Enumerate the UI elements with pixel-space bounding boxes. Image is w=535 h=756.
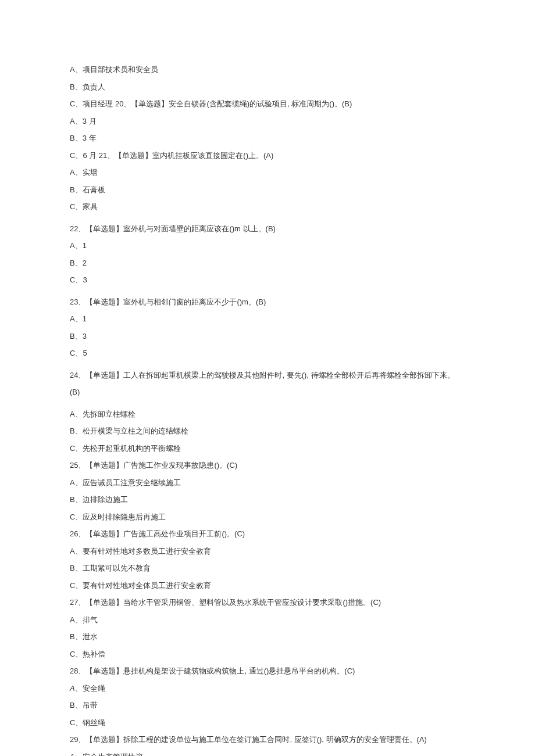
option-prefix: A — [70, 684, 75, 693]
option: A、1 — [70, 313, 465, 325]
option: C、热补偿 — [70, 648, 465, 660]
question-stem: 24、【单选题】工人在拆卸起重机横梁上的驾驶楼及其他附件时, 要先(), 待螺栓… — [70, 370, 465, 381]
text-line: B、3 年 — [70, 132, 465, 144]
option: A、应告诫员工注意安全继续施工 — [70, 477, 465, 489]
text-line: B、石膏板 — [70, 184, 465, 196]
question-stem: 22、【单选题】室外机与对面墙壁的距离应该在()m 以上。(B) — [70, 223, 465, 235]
option: C、5 — [70, 347, 465, 359]
question-stem: 29、【单选题】拆除工程的建设单位与施工单位在签订施工合同时, 应签订(), 明… — [70, 734, 465, 746]
option: A、要有针对性地对多数员工进行安全教育 — [70, 546, 465, 557]
text-line: B、负责人 — [70, 81, 465, 93]
text-line: C、家具 — [70, 201, 465, 213]
option: B、2 — [70, 257, 465, 269]
option: A、1 — [70, 240, 465, 252]
option: C、应及时排除隐患后再施工 — [70, 511, 465, 523]
question-answer: (B) — [70, 386, 465, 398]
option: C、钢丝绳 — [70, 717, 465, 729]
option-label: 、安全绳 — [75, 684, 105, 693]
option: C、要有针对性地对全体员工进行安全教育 — [70, 580, 465, 592]
option: A、安全生产管理协议 — [70, 751, 465, 757]
option: C、3 — [70, 274, 465, 286]
text-line: C、6 月 21、【单选题】室内机挂板应该直接固定在()上。(A) — [70, 150, 465, 162]
question-stem: 23、【单选题】室外机与相邻门窗的距离应不少于()m。(B) — [70, 296, 465, 308]
question-stem: 27、【单选题】当给水干管采用铜管、塑料管以及热水系统干管应按设计要求采取()措… — [70, 597, 465, 608]
option: C、先松开起重机机构的平衡螺栓 — [70, 443, 465, 454]
question-stem: 26、【单选题】广告施工高处作业项目开工前()。(C) — [70, 528, 465, 540]
option: B、泄水 — [70, 631, 465, 643]
text-line: A、项目部技术员和安全员 — [70, 64, 465, 76]
option: A、安全绳 — [70, 683, 465, 694]
text-line: C、项目经理 20、【单选题】安全自锁器(含配套缆绳)的试验项目, 标准周期为(… — [70, 98, 465, 110]
text-line: A、3 月 — [70, 116, 465, 127]
option: B、3 — [70, 331, 465, 342]
question-stem: 28、【单选题】悬挂机构是架设于建筑物或构筑物上, 通过()悬挂悬吊平台的机构。… — [70, 665, 465, 677]
option: B、边排除边施工 — [70, 494, 465, 506]
option: B、工期紧可以先不教育 — [70, 562, 465, 574]
option: A、排气 — [70, 614, 465, 626]
option: B、吊带 — [70, 700, 465, 711]
option: A、先拆卸立柱螺栓 — [70, 409, 465, 420]
question-stem: 25、【单选题】广告施工作业发现事故隐患()。(C) — [70, 460, 465, 471]
text-line: A、实墙 — [70, 167, 465, 178]
option: B、松开横梁与立柱之间的连结螺栓 — [70, 425, 465, 437]
